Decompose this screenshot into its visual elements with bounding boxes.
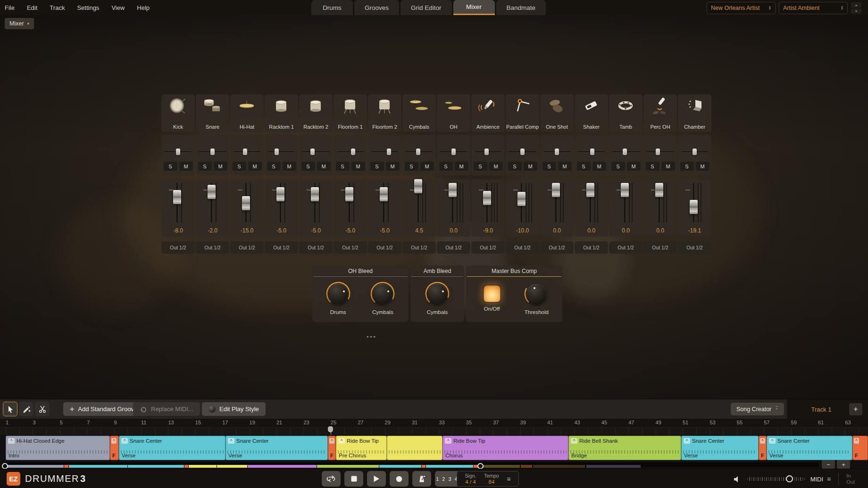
pan-handle[interactable]: [243, 149, 247, 155]
output-route-button[interactable]: Out 1/2: [299, 241, 333, 254]
fader-handle[interactable]: [173, 190, 181, 204]
pan-handle[interactable]: [451, 149, 456, 155]
channel-icon-tile[interactable]: OH: [437, 94, 470, 132]
mute-button[interactable]: M: [420, 162, 434, 171]
knob-threshold[interactable]: [524, 281, 549, 306]
mute-button[interactable]: M: [627, 162, 641, 171]
knob-face[interactable]: [427, 284, 447, 304]
cut-tool-button[interactable]: [35, 402, 50, 416]
mute-button[interactable]: M: [179, 162, 193, 171]
collapse-chevron-icon[interactable]: ^: [760, 438, 765, 444]
mute-button[interactable]: M: [283, 162, 296, 171]
pan-handle[interactable]: [656, 149, 660, 155]
menu-item-track[interactable]: Track: [50, 4, 65, 11]
fader-handle[interactable]: [621, 183, 629, 197]
mute-button[interactable]: M: [593, 162, 606, 171]
solo-button[interactable]: S: [198, 162, 212, 171]
solo-button[interactable]: S: [577, 162, 591, 171]
tab-drums[interactable]: Drums: [311, 0, 353, 15]
fill-block[interactable]: ^F: [759, 436, 767, 460]
mute-button[interactable]: M: [317, 162, 331, 171]
mute-button[interactable]: M: [696, 162, 709, 171]
pan-slider[interactable]: [543, 149, 570, 155]
solo-button[interactable]: S: [646, 162, 659, 171]
knob-drums[interactable]: [326, 281, 351, 306]
collapse-chevron-icon[interactable]: ^: [338, 438, 345, 444]
channel-icon-tile[interactable]: Cymbals: [402, 94, 436, 132]
preset-prev-button[interactable]: ▲: [851, 2, 861, 8]
output-route-button[interactable]: Out 1/2: [471, 241, 505, 254]
replace-midi-button[interactable]: Replace MIDI...: [133, 402, 200, 416]
pan-slider[interactable]: [578, 149, 605, 155]
pan-handle[interactable]: [210, 149, 215, 155]
output-route-button[interactable]: Out 1/2: [643, 241, 677, 254]
solo-button[interactable]: S: [301, 162, 315, 171]
channel-icon-tile[interactable]: Hi-Hat: [230, 94, 264, 132]
output-route-button[interactable]: Out 1/2: [609, 241, 643, 254]
fill-block[interactable]: ^F: [852, 436, 868, 460]
groove-block[interactable]: ^Ride Bow TipPre Chorus: [336, 436, 387, 460]
groove-block[interactable]: ^Snare CenterVerse: [119, 436, 225, 460]
tab-grooves[interactable]: Grooves: [354, 0, 399, 15]
preset-next-button[interactable]: ▼: [851, 8, 861, 14]
output-route-button[interactable]: Out 1/2: [402, 241, 436, 254]
menu-item-settings[interactable]: Settings: [77, 4, 99, 11]
pan-slider[interactable]: [302, 149, 329, 155]
fader-handle[interactable]: [552, 183, 560, 197]
midi-menu-icon[interactable]: ≡: [827, 475, 831, 483]
output-route-button[interactable]: Out 1/2: [437, 241, 470, 254]
mixer-view-dropdown[interactable]: Mixer ▾: [5, 18, 34, 29]
menu-item-file[interactable]: File: [5, 4, 15, 11]
solo-button[interactable]: S: [336, 162, 350, 171]
count-in-button[interactable]: 1 2 3 4: [435, 471, 459, 487]
knob-face[interactable]: [328, 284, 348, 304]
pan-handle[interactable]: [623, 149, 627, 155]
pan-slider[interactable]: [337, 149, 364, 155]
solo-button[interactable]: S: [611, 162, 625, 171]
solo-button[interactable]: S: [474, 162, 487, 171]
groove-block[interactable]: ^Snare CenterVerse: [681, 436, 759, 460]
channel-icon-tile[interactable]: One Shot: [540, 94, 574, 132]
fader-handle[interactable]: [517, 192, 526, 206]
solo-button[interactable]: S: [508, 162, 522, 171]
fader-handle[interactable]: [311, 187, 319, 201]
output-route-button[interactable]: Out 1/2: [230, 241, 264, 254]
solo-button[interactable]: S: [405, 162, 418, 171]
collapse-chevron-icon[interactable]: ^: [445, 438, 451, 444]
add-standard-groove-button[interactable]: + Add Standard Groove: [63, 402, 144, 416]
collapse-chevron-icon[interactable]: ^: [854, 438, 859, 444]
groove-block[interactable]: ^Snare CenterVerse: [225, 436, 328, 460]
fader-handle[interactable]: [586, 183, 594, 197]
tab-mixer[interactable]: Mixer: [453, 0, 495, 15]
collapse-chevron-icon[interactable]: ^: [571, 438, 577, 444]
knob-cymbals[interactable]: [370, 281, 395, 306]
knob-cymbals[interactable]: [425, 281, 450, 306]
record-button[interactable]: [390, 471, 409, 487]
menu-item-view[interactable]: View: [111, 4, 125, 11]
pan-slider[interactable]: [199, 149, 226, 155]
channel-icon-tile[interactable]: Chamber: [678, 94, 711, 132]
fader-handle[interactable]: [690, 200, 698, 214]
collapse-chevron-icon[interactable]: ^: [111, 438, 117, 444]
metronome-button[interactable]: [412, 471, 431, 487]
output-route-button[interactable]: Out 1/2: [540, 241, 574, 254]
output-route-button[interactable]: Out 1/2: [334, 241, 367, 254]
play-button[interactable]: [367, 471, 386, 487]
groove-block[interactable]: ^Snare CenterVerse: [767, 436, 852, 460]
channel-icon-tile[interactable]: Tamb: [609, 94, 643, 132]
channel-icon-tile[interactable]: Ambience: [471, 94, 505, 132]
tab-bandmate[interactable]: Bandmate: [496, 0, 546, 15]
output-route-button[interactable]: Out 1/2: [506, 241, 539, 254]
mute-button[interactable]: M: [661, 162, 675, 171]
pan-slider[interactable]: [234, 149, 260, 155]
mute-button[interactable]: M: [386, 162, 400, 171]
pan-handle[interactable]: [590, 149, 594, 155]
pan-slider[interactable]: [681, 149, 708, 155]
fader-handle[interactable]: [483, 191, 491, 205]
fader-handle[interactable]: [380, 187, 388, 201]
knob-face[interactable]: [526, 284, 546, 304]
fader-handle[interactable]: [449, 183, 457, 197]
menu-item-help[interactable]: Help: [137, 4, 150, 11]
mute-button[interactable]: M: [489, 162, 503, 171]
channel-icon-tile[interactable]: Parallel Comp: [506, 94, 539, 132]
